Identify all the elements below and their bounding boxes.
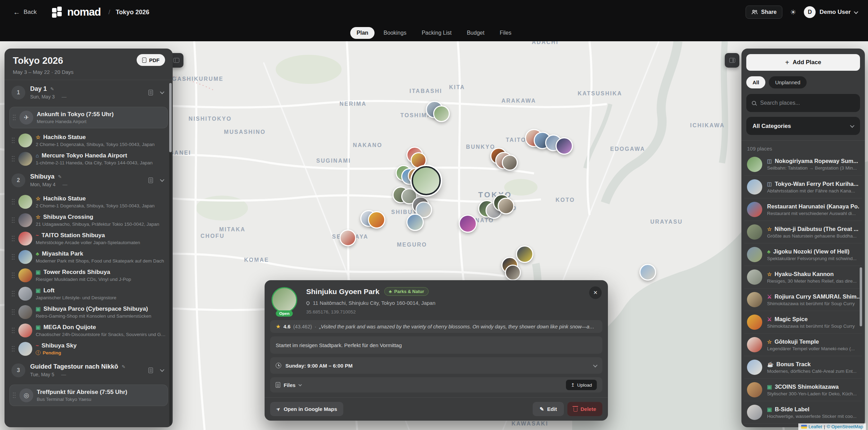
place-list-item[interactable]: ☕Bonus Track Modernes, dörfliches Café-A… (744, 356, 862, 378)
user-menu[interactable]: D Demo User (804, 6, 858, 18)
place-list-item[interactable]: ♣Jigoku Nozoki (View of Hell) Spektakulä… (744, 243, 862, 266)
drag-handle-icon[interactable] (12, 392, 16, 399)
drag-handle-icon[interactable] (11, 272, 15, 279)
itinerary-event[interactable]: ◎ Treffpunkt für Abreise (7:55 Uhr) Bus … (9, 385, 168, 406)
map-marker[interactable] (498, 198, 514, 214)
map-marker[interactable] (411, 152, 427, 168)
place-list-item[interactable]: ⚔Magic Spice Shimokitazawa ist berühmt f… (744, 311, 862, 333)
place-list-item[interactable]: ▣3COINS Shimokitazawa Stylischer 300-Yen… (744, 378, 862, 401)
close-button[interactable]: ✕ (589, 286, 602, 299)
map-marker[interactable] (556, 137, 573, 155)
tab-bookings[interactable]: Bookings (377, 27, 413, 39)
place-list-item[interactable]: Restaurant Harunatei (Kanaya Po... Resta… (744, 198, 862, 221)
files-row[interactable]: Files ↥ Upload (270, 377, 602, 393)
map-marker[interactable] (639, 264, 656, 281)
map-marker-selected[interactable] (412, 166, 441, 195)
drag-handle-icon[interactable] (11, 327, 15, 334)
tab-files[interactable]: Files (493, 27, 518, 39)
itinerary-item[interactable]: ⌂Mercure Tokyo Haneda Airport 1-chōme-2-… (9, 149, 169, 168)
itinerary-item[interactable]: ▣Shibuya Parco (Cyberspace Shibuya) Retr… (9, 303, 169, 321)
delete-button[interactable]: Delete (567, 402, 602, 416)
brand[interactable]: nomad (52, 6, 101, 18)
edit-pencil-icon[interactable]: ✎ (50, 86, 54, 92)
tab-plan[interactable]: Plan (350, 27, 375, 39)
day-notes-icon[interactable] (148, 178, 153, 183)
scrollbar-thumb[interactable] (860, 267, 862, 326)
category-filter-dropdown[interactable]: All Categories (746, 117, 860, 135)
scrollbar-thumb[interactable] (169, 83, 172, 152)
day-notes-icon[interactable] (148, 368, 153, 373)
share-button[interactable]: Share (746, 6, 782, 19)
itinerary-item[interactable]: ☆Hachiko Statue 2 Chome-1 Dogenzaka, Shi… (9, 131, 169, 149)
map-marker[interactable] (368, 211, 385, 229)
itinerary-item[interactable]: ♣Miyashita Park Moderner Park mit Shops,… (9, 248, 169, 266)
drag-handle-icon[interactable] (11, 309, 15, 316)
drag-handle-icon[interactable] (11, 198, 15, 205)
day-header[interactable]: 3 Guided Tagestour nach Nikkō ✎ Tue, May… (5, 358, 173, 382)
map-label: NAKANO (353, 142, 382, 148)
edit-pencil-icon[interactable]: ✎ (122, 364, 126, 369)
export-pdf-button[interactable]: PDF (137, 54, 165, 66)
map-marker[interactable] (406, 214, 424, 231)
drag-handle-icon[interactable] (11, 253, 15, 260)
map-marker[interactable] (516, 246, 533, 263)
drag-handle-icon[interactable] (12, 114, 16, 121)
theme-toggle-sun-icon[interactable]: ☀ (790, 8, 796, 16)
add-place-button[interactable]: + Add Place (746, 54, 860, 71)
drag-handle-icon[interactable] (11, 235, 15, 242)
drag-handle-icon[interactable] (11, 217, 15, 224)
search-input[interactable] (760, 100, 854, 106)
drag-handle-icon[interactable] (11, 155, 15, 162)
category-icon: ☆ (767, 226, 772, 232)
place-list-item[interactable]: ⚔Rojiura Curry SAMURAI. Shim... Shimokit… (744, 288, 862, 311)
tab-budget[interactable]: Budget (461, 27, 491, 39)
place-subtitle: Spektakulärer Felsvorsprung mit schwind.… (767, 256, 859, 261)
map-marker[interactable] (433, 105, 450, 122)
itinerary-item[interactable]: ▣MEGA Don Quijote Chaotischer 24h-Discou… (9, 321, 169, 339)
place-list-item[interactable]: ◫Tokyo-Wan Ferry Port Kuriha... Abfahrts… (744, 175, 862, 198)
opening-hours-row[interactable]: Sunday: 9:00 AM – 6:00 PM (270, 357, 602, 374)
day-notes-icon[interactable] (148, 90, 153, 95)
back-button[interactable]: ← Back (13, 9, 37, 16)
chevron-down-icon[interactable] (160, 90, 164, 94)
filter-pill-all[interactable]: All (746, 76, 765, 88)
search-box[interactable] (746, 94, 860, 112)
tab-packing-list[interactable]: Packing List (415, 27, 458, 39)
chevron-down-icon[interactable] (160, 368, 164, 372)
place-list-item[interactable]: ◫Nokogiriyama Ropeway Sum... Seilbahn: T… (744, 153, 862, 175)
day-list[interactable]: 1 Day 1 ✎ Sun, May 3 — ✈ Ankunft in Toky… (5, 80, 173, 427)
map-marker[interactable] (505, 265, 521, 281)
itinerary-item[interactable]: ▣Tower Records Shibuya Riesiger Musiklad… (9, 266, 169, 284)
filter-pill-unplanned[interactable]: Unplanned (769, 76, 807, 88)
place-list-item[interactable]: ☆Hyaku-Shaku Kannon Riesiges, 30 Meter h… (744, 266, 862, 288)
right-panel-collapse-button[interactable] (725, 53, 739, 68)
map-marker[interactable] (459, 215, 477, 233)
open-google-maps-button[interactable]: ➤ Open in Google Maps (270, 402, 343, 416)
itinerary-item[interactable]: ☆Hachiko Statue 2 Chome-1 Dogenzaka, Shi… (9, 192, 169, 211)
map-marker[interactable] (340, 230, 356, 246)
drag-handle-icon[interactable] (11, 290, 15, 297)
edit-pencil-icon[interactable]: ✎ (58, 174, 62, 179)
map-marker[interactable] (502, 155, 518, 171)
leaflet-link[interactable]: Leaflet (809, 424, 822, 429)
upload-button[interactable]: ↥ Upload (566, 380, 597, 390)
edit-button[interactable]: ✎ Edit (533, 402, 564, 416)
clock-icon (276, 363, 281, 368)
drag-handle-icon[interactable] (11, 137, 15, 144)
itinerary-item[interactable]: ~TAITO Station Shibuya Mehrstöckige Arca… (9, 229, 169, 248)
place-list-item[interactable]: ☆Nihon-ji Daibutsu (The Great ... Größte… (744, 221, 862, 243)
filter-pills: AllUnplanned (746, 76, 860, 88)
place-list-item[interactable]: ☆Gōtokuji Temple Legendärer Tempel volle… (744, 333, 862, 356)
place-list-item[interactable]: ▣B-Side Label Hochwertige, wasserfeste S… (744, 401, 862, 423)
day-header[interactable]: 1 Day 1 ✎ Sun, May 3 — (5, 80, 173, 105)
note-field[interactable]: Startet im riesigen Stadtpark. Perfekt f… (270, 336, 602, 354)
itinerary-item[interactable]: ☆Shibuya Crossing 21 Udagawacho, Shibuya… (9, 211, 169, 229)
drag-handle-icon[interactable] (11, 345, 15, 352)
itinerary-event[interactable]: ✈ Ankunft in Tokyo (7:55 Uhr) Mercure Ha… (9, 107, 168, 128)
itinerary-item[interactable]: ▣Loft Japanischer Lifestyle- und Designs… (9, 284, 169, 303)
day-header[interactable]: 2 Shibuya ✎ Mon, May 4 — (5, 168, 173, 192)
itinerary-item[interactable]: ~Shibuya Sky Pending (9, 339, 169, 358)
place-list[interactable]: ◫Nokogiriyama Ropeway Sum... Seilbahn: T… (744, 153, 862, 427)
osm-link[interactable]: © OpenStreetMap (827, 424, 863, 429)
chevron-down-icon[interactable] (160, 178, 164, 182)
